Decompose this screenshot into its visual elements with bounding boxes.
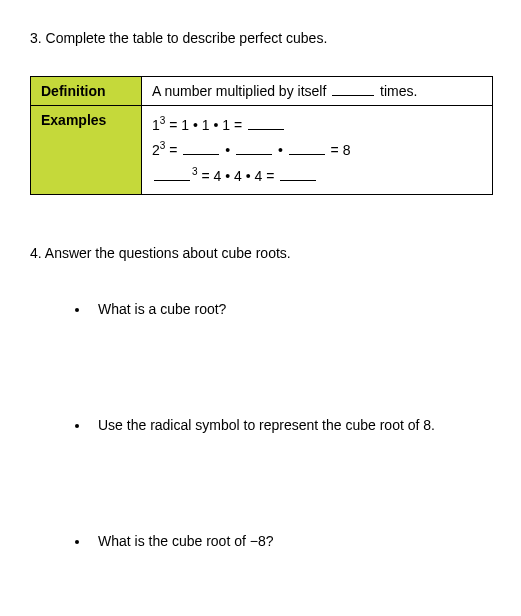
fill-blank[interactable]	[236, 142, 272, 155]
fill-blank[interactable]	[183, 142, 219, 155]
text: 1	[152, 117, 160, 133]
question-4-prompt: 4. Answer the questions about cube roots…	[30, 245, 493, 261]
definition-cell: A number multiplied by itself times.	[142, 77, 493, 106]
fill-blank[interactable]	[289, 142, 325, 155]
text: = 4 • 4 • 4 =	[198, 168, 279, 184]
text: 2	[152, 142, 160, 158]
fill-blank[interactable]	[248, 117, 284, 130]
fill-blank[interactable]	[332, 83, 374, 96]
definition-header: Definition	[31, 77, 142, 106]
text: = 8	[327, 142, 351, 158]
text: = 1 • 1 • 1 =	[165, 117, 246, 133]
examples-header: Examples	[31, 106, 142, 195]
list-item: What is a cube root?	[90, 301, 493, 317]
table-row: Examples 13 = 1 • 1 • 1 = 23 = • • = 8 3…	[31, 106, 493, 195]
definition-text-before: A number multiplied by itself	[152, 83, 330, 99]
perfect-cubes-table: Definition A number multiplied by itself…	[30, 76, 493, 195]
question-3-prompt: 3. Complete the table to describe perfec…	[30, 30, 493, 46]
table-row: Definition A number multiplied by itself…	[31, 77, 493, 106]
text: •	[274, 142, 287, 158]
text: =	[165, 142, 181, 158]
text: •	[221, 142, 234, 158]
list-item: Use the radical symbol to represent the …	[90, 417, 493, 433]
ex-line3: 3 = 4 • 4 • 4 =	[152, 168, 318, 184]
examples-cell: 13 = 1 • 1 • 1 = 23 = • • = 8 3 = 4 • 4 …	[142, 106, 493, 195]
definition-text-after: times.	[376, 83, 417, 99]
fill-blank[interactable]	[154, 168, 190, 181]
list-item: What is the cube root of −8?	[90, 533, 493, 549]
ex-line1: 13 = 1 • 1 • 1 =	[152, 117, 286, 133]
ex-line2: 23 = • • = 8	[152, 142, 350, 158]
question-4-bullets: What is a cube root? Use the radical sym…	[30, 301, 493, 549]
fill-blank[interactable]	[280, 168, 316, 181]
